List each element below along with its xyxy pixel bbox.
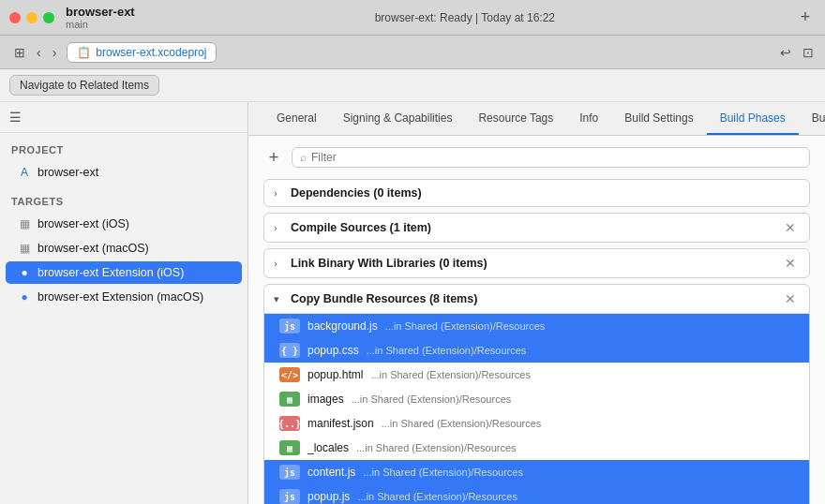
- file-row-popup-html[interactable]: </> popup.html ...in Shared (Extension)/…: [264, 363, 809, 387]
- sidebar-ext-macos-label: browser-ext Extension (macOS): [38, 290, 203, 304]
- file-name-images: images: [308, 393, 344, 406]
- json-icon: {..}: [279, 416, 300, 431]
- file-row-content-js[interactable]: js content.js ...in Shared (Extension)/R…: [264, 460, 809, 484]
- tab-signing[interactable]: Signing & Capabilities: [330, 102, 466, 135]
- sidebar-ext-ios-label: browser-ext Extension (iOS): [38, 266, 184, 279]
- add-tab-button[interactable]: +: [795, 7, 816, 28]
- close-traffic-light[interactable]: [9, 12, 21, 23]
- file-path-content-js: ...in Shared (Extension)/Resources: [363, 467, 523, 478]
- copy-close-button[interactable]: ✕: [781, 291, 800, 306]
- phase-dependencies: › Dependencies (0 items): [263, 179, 810, 207]
- sidebar-project-label: browser-ext: [38, 166, 98, 179]
- project-section-title: PROJECT: [0, 133, 248, 160]
- css-icon: { }: [279, 343, 300, 358]
- active-tab[interactable]: 📋 browser-ext.xcodeproj: [67, 42, 217, 63]
- back-button[interactable]: ‹: [32, 43, 46, 62]
- copy-title: Copy Bundle Resources (8 items): [291, 292, 775, 305]
- compile-chevron-icon: ›: [274, 222, 285, 233]
- traffic-lights: [9, 12, 54, 23]
- sidebar-item-project[interactable]: A browser-ext: [6, 161, 242, 184]
- refresh-button[interactable]: ↩: [778, 43, 793, 62]
- targets-section-title: TARGETS: [0, 185, 248, 212]
- file-name-content-js: content.js: [308, 466, 355, 479]
- file-row-images[interactable]: ▦ images ...in Shared (Extension)/Resour…: [264, 387, 809, 411]
- tab-general[interactable]: General: [263, 102, 330, 135]
- ext-ios-icon: ●: [17, 265, 32, 280]
- toolbar: ⊞ ‹ › 📋 browser-ext.xcodeproj ↩ ⊡: [0, 36, 825, 69]
- dependencies-title: Dependencies (0 items): [291, 186, 800, 200]
- titlebar-left: browser-ext main: [9, 5, 135, 30]
- sidebar: ☰ PROJECT A browser-ext TARGETS ▦ browse…: [0, 102, 248, 504]
- file-list: js background.js ...in Shared (Extension…: [264, 314, 809, 504]
- file-path-manifest-json: ...in Shared (Extension)/Resources: [382, 418, 542, 429]
- tab-build-phases[interactable]: Build Phases: [707, 102, 799, 135]
- file-row-popup-js[interactable]: js popup.js ...in Shared (Extension)/Res…: [264, 484, 809, 504]
- compile-close-button[interactable]: ✕: [781, 220, 800, 235]
- js-icon-3: js: [279, 489, 300, 504]
- phase-dependencies-header[interactable]: › Dependencies (0 items): [264, 180, 809, 206]
- tab-build-rules[interactable]: Build Rules: [799, 102, 825, 135]
- app-icon: A: [17, 165, 32, 180]
- file-row-popup-css[interactable]: { } popup.css ...in Shared (Extension)/R…: [264, 338, 809, 363]
- sidebar-macos-label: browser-ext (macOS): [38, 242, 149, 255]
- phase-compile: › Compile Sources (1 item) ✕: [263, 213, 810, 243]
- sidebar-toggle: ☰: [0, 102, 248, 133]
- build-phases-content: + ⌕ › Dependencies (0 items) › Compile S…: [248, 136, 825, 504]
- file-path-popup-js: ...in Shared (Extension)/Resources: [357, 491, 518, 502]
- sidebar-item-macos[interactable]: ▦ browser-ext (macOS): [6, 237, 242, 259]
- filter-input[interactable]: [311, 151, 802, 164]
- file-path-background-js: ...in Shared (Extension)/Resources: [385, 320, 546, 332]
- file-name-background-js: background.js: [308, 319, 378, 333]
- status-text: browser-ext: Ready | Today at 16:22: [375, 11, 555, 24]
- copy-chevron-icon: ▾: [274, 293, 285, 305]
- file-name-manifest-json: manifest.json: [308, 417, 374, 430]
- file-name-locales: _locales: [308, 441, 349, 454]
- add-phase-button[interactable]: +: [263, 147, 284, 168]
- macos-icon: ▦: [17, 241, 32, 256]
- img-icon: ▦: [279, 392, 300, 407]
- file-path-popup-css: ...in Shared (Extension)/Resources: [367, 345, 527, 356]
- filter-icon: ⌕: [300, 151, 307, 164]
- tab-build-settings[interactable]: Build Settings: [611, 102, 706, 135]
- compile-title: Compile Sources (1 item): [291, 221, 775, 234]
- sidebar-ios-label: browser-ext (iOS): [38, 217, 129, 230]
- titlebar-center: browser-ext: Ready | Today at 16:22: [142, 11, 788, 24]
- ext-macos-icon: ●: [17, 289, 32, 304]
- file-row-locales[interactable]: ▦ _locales ...in Shared (Extension)/Reso…: [264, 436, 809, 460]
- toolbar-nav: ⊞ ‹ ›: [9, 43, 61, 62]
- sidebar-item-ext-macos[interactable]: ● browser-ext Extension (macOS): [6, 286, 242, 308]
- ios-icon: ▦: [17, 216, 32, 231]
- phase-link-header[interactable]: › Link Binary With Libraries (0 items) ✕: [264, 249, 809, 277]
- js-icon-2: js: [279, 465, 300, 480]
- phase-copy-header[interactable]: ▾ Copy Bundle Resources (8 items) ✕: [264, 285, 809, 314]
- tab-info[interactable]: Info: [566, 102, 611, 135]
- maximize-traffic-light[interactable]: [43, 12, 54, 23]
- js-icon: js: [279, 319, 300, 334]
- tab-resource-tags[interactable]: Resource Tags: [465, 102, 566, 135]
- toolbar-icons: ↩ ⊡: [778, 43, 816, 62]
- forward-button[interactable]: ›: [48, 43, 62, 62]
- file-name-popup-html: popup.html: [308, 368, 363, 381]
- navigate-bar: Navigate to Related Items: [0, 69, 825, 102]
- sidebar-toggle-button[interactable]: ☰: [9, 110, 22, 125]
- sidebar-item-ext-ios[interactable]: ● browser-ext Extension (iOS): [6, 261, 242, 284]
- link-close-button[interactable]: ✕: [781, 256, 800, 271]
- phase-compile-header[interactable]: › Compile Sources (1 item) ✕: [264, 214, 809, 242]
- app-name: browser-ext main: [66, 5, 135, 30]
- content-area: General Signing & Capabilities Resource …: [248, 102, 825, 504]
- html-icon: </>: [279, 367, 300, 382]
- file-path-images: ...in Shared (Extension)/Resources: [352, 393, 512, 405]
- filter-box: ⌕: [292, 147, 810, 168]
- file-path-popup-html: ...in Shared (Extension)/Resources: [370, 369, 531, 380]
- tabs-bar: General Signing & Capabilities Resource …: [248, 102, 825, 136]
- navigate-related-button[interactable]: Navigate to Related Items: [9, 75, 159, 96]
- file-row-manifest-json[interactable]: {..} manifest.json ...in Shared (Extensi…: [264, 411, 809, 436]
- phase-link: › Link Binary With Libraries (0 items) ✕: [263, 248, 810, 278]
- sidebar-item-ios[interactable]: ▦ browser-ext (iOS): [6, 213, 242, 235]
- minimize-traffic-light[interactable]: [26, 12, 38, 23]
- build-toolbar: + ⌕: [263, 147, 810, 168]
- file-row-background-js[interactable]: js background.js ...in Shared (Extension…: [264, 314, 809, 338]
- dependencies-chevron-icon: ›: [274, 187, 285, 199]
- grid-view-button[interactable]: ⊞: [9, 43, 30, 62]
- layout-button[interactable]: ⊡: [801, 43, 816, 62]
